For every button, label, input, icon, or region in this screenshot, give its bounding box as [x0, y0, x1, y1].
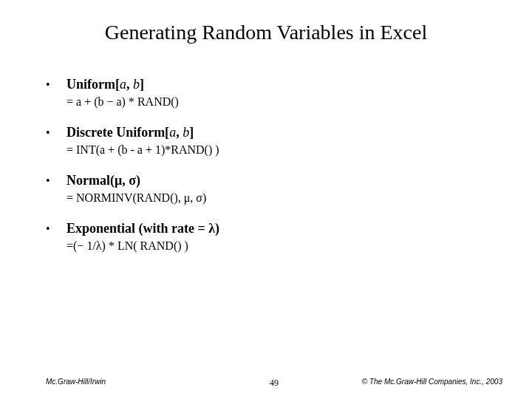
- footer-right: © The Mc.Graw-Hill Companies, Inc., 2003: [362, 378, 502, 386]
- bullet-dot-icon: •: [46, 222, 66, 236]
- bullet-heading-line: •Uniform[a, b]: [46, 77, 489, 92]
- bullet-dot-icon: •: [46, 78, 66, 92]
- bullet-heading: Normal(μ, σ): [66, 173, 140, 188]
- bullet-formula: = INT(a + (b - a + 1)*RAND() ): [66, 143, 489, 157]
- bullet-heading-line: •Discrete Uniform[a, b]: [46, 125, 489, 140]
- footer: Mc.Graw-Hill/Irwin 49 © The Mc.Graw-Hill…: [46, 378, 502, 386]
- slide-title: Generating Random Variables in Excel: [0, 21, 532, 44]
- bullet-item: •Discrete Uniform[a, b]= INT(a + (b - a …: [46, 125, 489, 157]
- bullet-dot-icon: •: [46, 174, 66, 188]
- slide: Generating Random Variables in Excel •Un…: [0, 0, 532, 399]
- bullet-heading-line: •Exponential (with rate = λ): [46, 221, 489, 236]
- bullet-item: •Exponential (with rate = λ)=(− 1/λ) * L…: [46, 221, 489, 253]
- bullet-dot-icon: •: [46, 126, 66, 140]
- bullet-item: •Normal(μ, σ)= NORMINV(RAND(), μ, σ): [46, 173, 489, 205]
- bullet-item: •Uniform[a, b]= a + (b − a) * RAND(): [46, 77, 489, 109]
- bullet-formula: = NORMINV(RAND(), μ, σ): [66, 191, 489, 205]
- bullet-heading: Discrete Uniform[a, b]: [66, 125, 194, 140]
- bullet-heading: Uniform[a, b]: [66, 77, 144, 92]
- bullet-formula: =(− 1/λ) * LN( RAND() ): [66, 239, 489, 253]
- bullet-heading-line: •Normal(μ, σ): [46, 173, 489, 188]
- footer-left: Mc.Graw-Hill/Irwin: [46, 378, 106, 386]
- bullet-heading: Exponential (with rate = λ): [66, 221, 219, 236]
- bullet-formula: = a + (b − a) * RAND(): [66, 95, 489, 109]
- slide-body: •Uniform[a, b]= a + (b − a) * RAND()•Dis…: [46, 77, 489, 269]
